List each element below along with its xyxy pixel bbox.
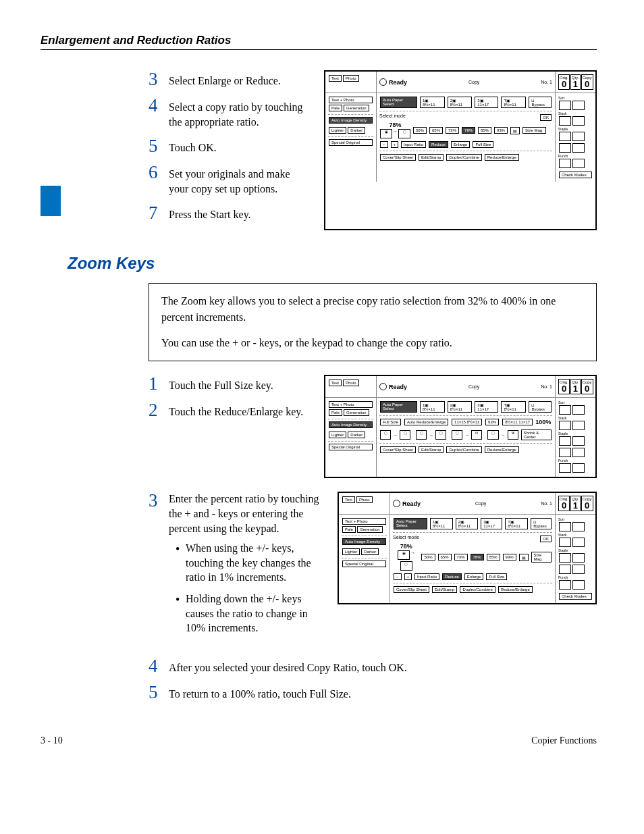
enlarge-btn: Enlarge	[464, 573, 484, 580]
zoom-step-4: 4 After you selected your desired Copy R…	[149, 657, 597, 675]
enlarge-btn: Enlarge	[451, 141, 471, 148]
zoom-step-1: 1 Touch the Full Size key.	[149, 375, 311, 393]
fullsize-btn: Full Size	[380, 419, 401, 425]
step-6: 6 Set your originals and make your copy …	[149, 163, 311, 196]
page-header: Enlargement and Reduction Ratios	[41, 34, 231, 47]
reduce-btn: Reduce	[442, 573, 462, 580]
punch-label: Punch	[558, 154, 593, 158]
side-tab	[41, 186, 61, 216]
darker-btn: Darker	[348, 432, 365, 438]
autoimg-btn: Auto Image Density	[329, 421, 373, 428]
copier-panel-figure-2: TextPhoto Ready Copy No. 1 Orig.0 Qty.1 …	[324, 375, 597, 478]
check-btn: Check Modes	[559, 172, 592, 178]
copier-panel-figure-3: TextPhoto Ready Copy No. 1 Orig.0 Qty.1 …	[338, 492, 597, 604]
special-btn: Special Original	[329, 139, 373, 146]
step-text: Touch the Reduce/Enlarge key.	[169, 401, 303, 419]
zoom-box-p2: You can use the + or - keys, or the keyp…	[161, 335, 584, 351]
lighter-btn: Lighter	[329, 432, 346, 438]
autore-btn: Auto Reduce/Enlarge	[404, 419, 448, 425]
qty-count: 1	[572, 501, 579, 510]
duplex-btn: Duplex/Combine	[446, 154, 481, 161]
staple-label: Staple	[558, 548, 593, 552]
copy-count: 0	[583, 501, 592, 510]
zoom-keys-heading: Zoom Keys	[68, 254, 597, 273]
edit-btn: Edit/Stamp	[419, 446, 444, 453]
ratio1-btn: 11×15 8½×11	[452, 419, 482, 425]
step-text: Touch OK.	[169, 137, 217, 155]
qty-count: 1	[572, 384, 579, 393]
sizemag-btn: Size Mag.	[531, 552, 552, 563]
cover-btn: Cover/Slip Sheet	[380, 154, 416, 161]
stack-label: Stack	[558, 416, 593, 420]
darker-btn: Darker	[348, 127, 365, 134]
minus-btn: −	[380, 141, 388, 148]
step-number: 3	[149, 492, 161, 510]
copy-count: 0	[583, 384, 592, 393]
redenl-btn: Reduce/Enlarge	[485, 154, 519, 161]
autoimg-btn: Auto Image Density	[342, 538, 386, 545]
copy-label: Copy	[468, 80, 479, 84]
pale-btn: Pale	[329, 105, 342, 111]
step-number: 2	[149, 401, 161, 419]
job-no: No. 1	[541, 501, 552, 506]
autoimg-btn: Auto Image Density	[329, 117, 373, 124]
check-btn: Check Modes	[559, 593, 592, 600]
qty-count: 1	[572, 80, 579, 88]
ok-btn: OK	[540, 536, 552, 542]
step-5: 5 Touch OK.	[149, 137, 311, 155]
lighter-btn: Lighter	[342, 548, 360, 555]
ready-label: Ready	[389, 79, 407, 86]
ok-btn: OK	[540, 114, 552, 121]
zoom-info-box: The Zoom key allows you to select a prec…	[149, 283, 597, 361]
step-text: Touch the Full Size key.	[169, 375, 273, 393]
ratio-78: 78%	[462, 127, 475, 134]
step-text: Press the Start key.	[169, 204, 251, 222]
textphoto-btn: Text + Photo	[329, 401, 373, 408]
footer-page: 3 - 10	[41, 735, 63, 746]
special-btn: Special Original	[342, 561, 386, 567]
current-ratio: 78%	[393, 543, 419, 550]
pale-btn: Pale	[329, 409, 342, 416]
step-text: Select Enlarge or Reduce.	[169, 70, 281, 88]
textphoto-btn: Text + Photo	[342, 518, 386, 525]
cover-btn: Cover/Slip Sheet	[394, 586, 429, 593]
bullet-1: When using the +/- keys, touching the ke…	[186, 541, 324, 585]
photo-btn: Photo	[343, 380, 359, 386]
bullet-2: Holding down the +/- keys causes the rat…	[186, 592, 324, 635]
ratio-50: 50%	[413, 127, 427, 134]
step-number: 5	[149, 137, 161, 155]
current-ratio: 78%	[379, 122, 411, 128]
plus-btn: +	[404, 573, 412, 580]
job-no: No. 1	[541, 80, 552, 84]
step-number: 3	[149, 70, 161, 88]
orig-count: 0	[560, 501, 568, 510]
step-text: To return to a 100% ratio, touch Full Si…	[169, 683, 351, 702]
ratio-93: 93%	[503, 554, 516, 561]
step-text: Select a copy ratio by touching the appr…	[169, 97, 311, 129]
lighter-btn: Lighter	[329, 127, 346, 134]
step-number: 5	[149, 683, 161, 702]
sort-label: Sort	[558, 400, 593, 405]
inputratio-btn: Input Ratio	[401, 141, 426, 148]
ready-label: Ready	[389, 384, 407, 390]
special-btn: Special Original	[329, 444, 373, 450]
copy-label: Copy	[475, 501, 486, 506]
staple-label: Staple	[558, 127, 593, 131]
cover-btn: Cover/Slip Sheet	[380, 446, 416, 453]
minus-btn: −	[394, 573, 402, 580]
step-number: 6	[149, 163, 161, 182]
redenl-btn: Reduce/Enlarge	[485, 446, 519, 453]
autopaper-btn: Auto Paper Select	[394, 518, 427, 529]
fullsize-btn: Full Size	[486, 573, 507, 580]
step-number: 4	[149, 97, 161, 115]
punch-label: Punch	[558, 459, 593, 463]
gen-btn: Generation	[344, 105, 369, 111]
step-3: 3 Select Enlarge or Reduce.	[149, 70, 311, 88]
reduce-btn: Reduce	[429, 141, 448, 148]
ratio-73: 73%	[454, 554, 468, 561]
zoom-box-p1: The Zoom key allows you to select a prec…	[161, 293, 584, 325]
shrink-btn: Shrink & Center	[521, 429, 552, 440]
autopaper-btn: Auto Paper Select	[380, 401, 417, 413]
ratio-93: 93%	[494, 127, 508, 134]
text-btn: Text	[329, 380, 342, 386]
